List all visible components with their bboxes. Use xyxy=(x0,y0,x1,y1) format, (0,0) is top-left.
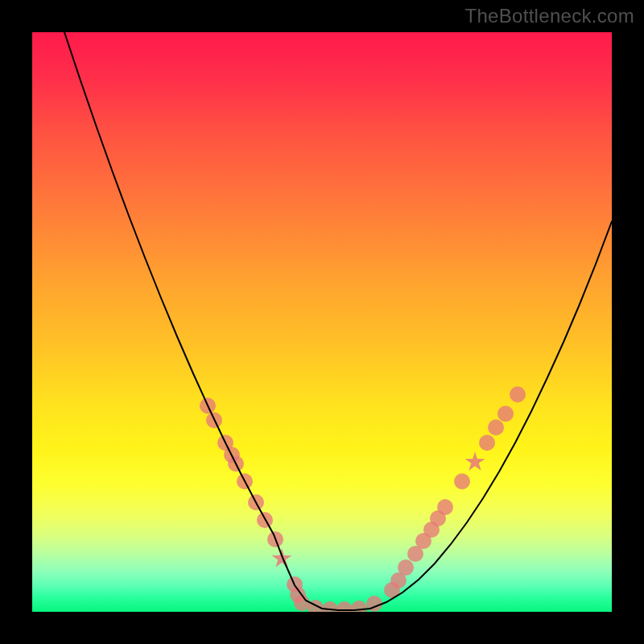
dots-right xyxy=(488,419,504,436)
bottleneck-curve xyxy=(64,32,612,610)
dots-bottom xyxy=(294,595,310,611)
curve-layer xyxy=(32,32,612,612)
watermark-text: TheBottleneck.com xyxy=(464,5,634,27)
plot-area xyxy=(32,32,612,612)
dots-left-star xyxy=(272,548,292,568)
dots-right xyxy=(479,435,495,451)
chart-frame: TheBottleneck.com xyxy=(0,0,644,644)
marker-group xyxy=(200,386,526,612)
dots-right xyxy=(454,473,470,489)
dots-right xyxy=(510,386,526,402)
dots-right-star xyxy=(465,452,485,471)
dots-right xyxy=(497,406,514,422)
dots-right xyxy=(437,499,453,515)
dots-right xyxy=(398,559,414,576)
